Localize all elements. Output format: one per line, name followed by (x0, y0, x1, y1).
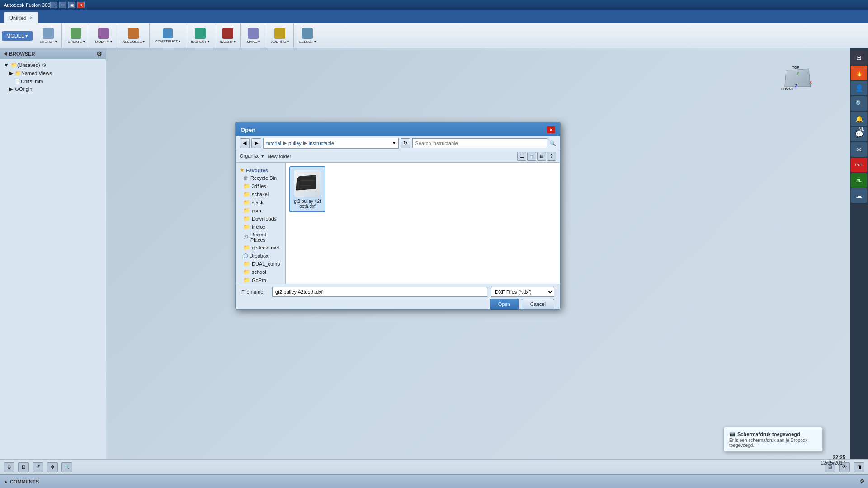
path-segment-pulley[interactable]: pulley (288, 141, 302, 146)
organize-button[interactable]: Organize ▾ (240, 153, 264, 159)
browser-content: ▼ 📁 (Unsaved) ⚙ ▶ 📁 Named Views 📄 Units:… (0, 59, 106, 459)
search-right-button[interactable]: 🔍 (851, 96, 867, 111)
sketch-button[interactable]: SKETCH ▾ (38, 27, 59, 45)
tab-close-button[interactable]: × (30, 15, 33, 20)
browser-item-origin[interactable]: ▶ ⊕ Origin (2, 85, 104, 93)
mail-button[interactable]: ✉ (851, 142, 867, 157)
3dfiles-label: 3dfiles (252, 183, 266, 189)
addins-group: ADD-INS ▾ (266, 23, 293, 48)
minimize-button[interactable]: ─ (50, 2, 57, 8)
view-details-button[interactable]: ≡ (527, 152, 536, 161)
pdf-button[interactable]: PDF (851, 158, 867, 172)
nav-item-stack[interactable]: 📁 stack (236, 198, 285, 206)
browser-item-unsaved[interactable]: ▼ 📁 (Unsaved) ⚙ (2, 61, 104, 69)
make-icon (248, 28, 259, 39)
view-gizmo[interactable]: TOP FRONT X Y Z (778, 57, 823, 103)
nl-badge: NL (859, 127, 864, 131)
nav-item-schakel[interactable]: 📁 schakel (236, 190, 285, 198)
nav-item-gsm[interactable]: 📁 gsm (236, 206, 285, 215)
model-dropdown-button[interactable]: MODEL ▾ (2, 31, 33, 41)
display-button[interactable]: ◨ (854, 462, 864, 472)
pan-button[interactable]: ✥ (47, 462, 58, 472)
path-dropdown-button[interactable]: ▾ (393, 140, 396, 146)
comments-settings-icon[interactable]: ⚙ (860, 479, 864, 484)
insert-button[interactable]: INSERT ▾ (218, 27, 237, 45)
folder-gopro-icon: 📁 (243, 277, 250, 283)
settings-small-icon[interactable]: ⚙ (42, 62, 47, 68)
nav-item-gedeeld-met[interactable]: 📁 gedeeld met (236, 244, 285, 252)
cloud-button[interactable]: ☁ (851, 188, 867, 203)
browser-collapse-button[interactable]: ◀ (4, 51, 7, 56)
excel-button[interactable]: XL (851, 173, 867, 188)
firefox-label: firefox (252, 224, 265, 230)
maximize-button[interactable]: ▣ (68, 2, 75, 8)
view-list-button[interactable]: ☰ (517, 152, 526, 161)
nav-item-dropbox[interactable]: ⬡ Dropbox (236, 252, 285, 260)
browser-panel: ◀ BROWSER ⚙ ▼ 📁 (Unsaved) ⚙ ▶ 📁 Named Vi… (0, 48, 106, 459)
comments-bar: ▲ COMMENTS ⚙ (0, 474, 868, 488)
refresh-button[interactable]: ↻ (401, 138, 410, 148)
assemble-button[interactable]: ASSEMBLE ▾ (121, 27, 146, 45)
stack-label: stack (252, 200, 264, 205)
file-name-input[interactable] (272, 287, 487, 297)
zoom-button[interactable]: 🔍 (61, 462, 72, 472)
bell-button[interactable]: 🔔 (851, 112, 867, 126)
make-button[interactable]: MAKE ▾ (244, 27, 262, 45)
create-group: CREATE ▾ (63, 23, 90, 48)
orbit-button[interactable]: ↺ (33, 462, 43, 472)
snap-button[interactable]: ⊕ (4, 462, 14, 472)
path-segment-tutorial[interactable]: tutorial (266, 141, 281, 146)
search-icon[interactable]: 🔍 (549, 140, 556, 146)
help-button[interactable]: ? (547, 152, 556, 161)
file-area[interactable]: gt2 pulley 42tooth.dxf (286, 163, 560, 284)
create-button[interactable]: CREATE ▾ (66, 27, 86, 45)
dialog-close-button[interactable]: × (547, 126, 555, 133)
new-folder-button[interactable]: New folder (268, 154, 292, 159)
nav-item-downloads[interactable]: 📁 Downloads (236, 215, 285, 223)
search-input[interactable] (412, 138, 548, 148)
folder-dual-icon: 📁 (243, 261, 250, 267)
view-grid-button[interactable]: ⊞ (537, 152, 546, 161)
cancel-button[interactable]: Cancel (522, 299, 554, 310)
addins-button[interactable]: ADD-INS ▾ (269, 27, 290, 45)
recent-places-icon: ⏱ (243, 234, 249, 240)
right-panel: ⊞ 🔥 👤 🔍 🔔 💬 ✉ PDF XL ☁ (850, 48, 868, 459)
favorites-label: Favorites (246, 168, 268, 173)
path-segment-instructable[interactable]: instructable (309, 141, 334, 146)
back-button[interactable]: ◀ (240, 138, 250, 148)
tab-untitled[interactable]: Untitled × (4, 12, 38, 23)
restore-button[interactable]: □ (59, 2, 66, 8)
browser-settings-icon[interactable]: ⚙ (96, 50, 102, 57)
file-name-label: gt2 pulley 42tooth.dxf (293, 199, 322, 209)
close-button[interactable]: ✕ (77, 2, 85, 8)
modify-button[interactable]: MODIFY ▾ (94, 27, 114, 45)
folder-downloads-icon: 📁 (243, 216, 250, 222)
file-item-gt2-pulley[interactable]: gt2 pulley 42tooth.dxf (289, 166, 326, 212)
clock-time: 22:25 (821, 455, 845, 460)
nav-item-firefox[interactable]: 📁 firefox (236, 223, 285, 231)
file-type-select[interactable]: DXF Files (*.dxf) (491, 287, 554, 297)
nav-item-recent-places[interactable]: ⏱ Recent Places (236, 231, 285, 244)
origin-icon: ⊕ (15, 86, 19, 92)
clock-date: 12/05/2017 (821, 460, 845, 465)
dialog-toolbar: Organize ▾ New folder ☰ ≡ ⊞ ? (236, 150, 560, 163)
construct-button[interactable]: CONSTRUCT ▾ (153, 28, 182, 44)
modify-group: MODIFY ▾ (91, 23, 117, 48)
apps-button[interactable]: ⊞ (851, 50, 867, 65)
browser-item-named-views[interactable]: ▶ 📁 Named Views (2, 69, 104, 77)
fire-button[interactable]: 🔥 (851, 66, 867, 80)
inspect-button[interactable]: INSPECT ▾ (189, 27, 211, 45)
schakel-label: schakel (252, 192, 269, 197)
modify-icon (98, 28, 109, 39)
nav-item-recycle-bin[interactable]: 🗑 Recycle Bin (236, 174, 285, 182)
open-button[interactable]: Open (490, 299, 519, 310)
nav-item-dual-comp[interactable]: 📁 DUAL_comp (236, 260, 285, 268)
nav-item-gopro[interactable]: 📁 GoPro (236, 276, 285, 284)
nav-item-3dfiles[interactable]: 📁 3dfiles (236, 182, 285, 190)
nav-item-school[interactable]: 📁 school (236, 268, 285, 276)
select-button[interactable]: SELECT ▾ (297, 27, 318, 45)
fit-button[interactable]: ⊡ (18, 462, 29, 472)
forward-button[interactable]: ▶ (251, 138, 261, 148)
person-button[interactable]: 👤 (851, 81, 867, 95)
comments-expand-icon[interactable]: ▲ (4, 479, 8, 484)
